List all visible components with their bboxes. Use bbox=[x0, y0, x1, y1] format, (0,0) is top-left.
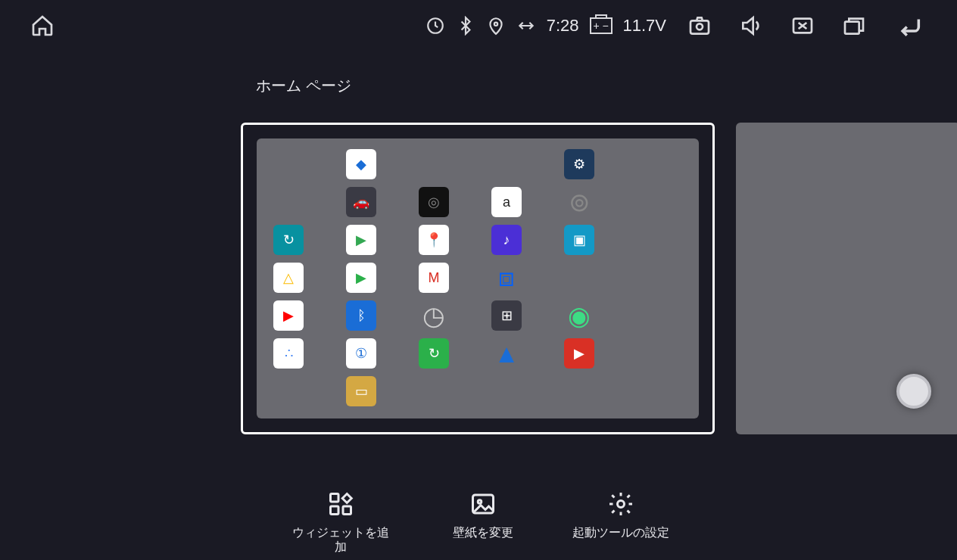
home-icon[interactable] bbox=[27, 14, 58, 38]
voltage-text: 11.7V bbox=[623, 16, 667, 36]
app-youtube[interactable]: ▶ bbox=[273, 300, 304, 331]
svg-rect-2 bbox=[690, 20, 709, 33]
app-amazonmusic[interactable]: ♪ bbox=[491, 225, 522, 255]
app-nav[interactable]: ▲ bbox=[491, 338, 522, 369]
sync-icon bbox=[426, 16, 445, 36]
app-gmail[interactable]: M bbox=[419, 263, 449, 293]
launcher-settings-button[interactable]: 起動ツールの設定 bbox=[572, 489, 669, 554]
bluetooth-icon bbox=[456, 16, 475, 36]
svg-rect-8 bbox=[343, 506, 351, 515]
close-icon[interactable] bbox=[787, 14, 818, 38]
network-icon bbox=[516, 16, 536, 36]
app-files[interactable]: ▭ bbox=[346, 376, 376, 406]
svg-point-11 bbox=[618, 500, 625, 507]
app-assistant[interactable]: ∴ bbox=[273, 338, 304, 369]
bottom-actions: ウィジェットを追加 壁紙を変更 起動ツールの設定 bbox=[0, 489, 957, 554]
app-amazon[interactable]: a bbox=[491, 187, 522, 217]
recents-icon[interactable] bbox=[839, 14, 869, 38]
add-widget-label: ウィジェットを追加 bbox=[288, 525, 394, 554]
app-playstore[interactable]: ▶ bbox=[346, 225, 376, 255]
app-swiftkey[interactable]: ◆ bbox=[346, 149, 376, 179]
app-android[interactable]: ◉ bbox=[564, 300, 594, 331]
svg-point-1 bbox=[494, 23, 497, 26]
app-ytmusic[interactable]: ▶ bbox=[564, 338, 594, 369]
app-calculator[interactable]: ⊞ bbox=[491, 300, 522, 331]
app-refresh[interactable]: ↻ bbox=[419, 338, 449, 369]
app-bluetooth[interactable]: ᛒ bbox=[346, 300, 376, 331]
svg-rect-5 bbox=[845, 22, 859, 34]
app-dropbox[interactable]: ⧈ bbox=[491, 263, 522, 293]
image-icon bbox=[468, 489, 498, 519]
svg-point-10 bbox=[478, 499, 482, 503]
app-traffic[interactable]: 🚗 bbox=[346, 187, 376, 217]
homescreen-page-1[interactable]: ◆⚙🚗◎a⊚↻▶📍♪▣△▶M⧈▶ᛒ◷⊞◉∴①↻▲▶▭ bbox=[241, 123, 715, 434]
back-icon[interactable] bbox=[890, 13, 930, 39]
app-clock[interactable]: ◷ bbox=[419, 300, 449, 331]
homescreen-pages: ◆⚙🚗◎a⊚↻▶📍♪▣△▶M⧈▶ᛒ◷⊞◉∴①↻▲▶▭ bbox=[241, 123, 957, 434]
launcher-label: 起動ツールの設定 bbox=[572, 525, 669, 540]
floating-button[interactable] bbox=[896, 374, 931, 409]
battery-icon: + − bbox=[590, 17, 613, 34]
app-drive[interactable]: △ bbox=[273, 263, 304, 293]
app-backup[interactable]: ↻ bbox=[273, 225, 304, 255]
volume-icon[interactable] bbox=[736, 14, 766, 38]
app-camera[interactable]: ◎ bbox=[419, 187, 449, 217]
screenshot-icon[interactable] bbox=[684, 14, 715, 38]
page-title: ホーム ページ bbox=[256, 76, 351, 96]
app-moveapp[interactable]: ▶ bbox=[346, 263, 376, 293]
app-1password[interactable]: ① bbox=[346, 338, 376, 369]
gear-icon bbox=[606, 489, 636, 519]
app-maps[interactable]: 📍 bbox=[419, 225, 449, 255]
status-bar: 7:28 + − 11.7V bbox=[0, 0, 957, 51]
location-icon bbox=[486, 16, 506, 36]
svg-point-3 bbox=[697, 23, 703, 30]
clock-text: 7:28 bbox=[547, 16, 579, 36]
svg-rect-6 bbox=[331, 493, 339, 502]
app-equalizer[interactable]: ⚙ bbox=[564, 149, 594, 179]
add-widget-button[interactable]: ウィジェットを追加 bbox=[288, 489, 394, 554]
app-primevideo[interactable]: ▣ bbox=[564, 225, 594, 255]
wallpaper-label: 壁紙を変更 bbox=[453, 525, 513, 540]
widget-icon bbox=[326, 489, 356, 519]
svg-rect-7 bbox=[331, 506, 339, 515]
wallpaper-button[interactable]: 壁紙を変更 bbox=[453, 489, 513, 554]
app-wheel[interactable]: ⊚ bbox=[564, 187, 594, 217]
